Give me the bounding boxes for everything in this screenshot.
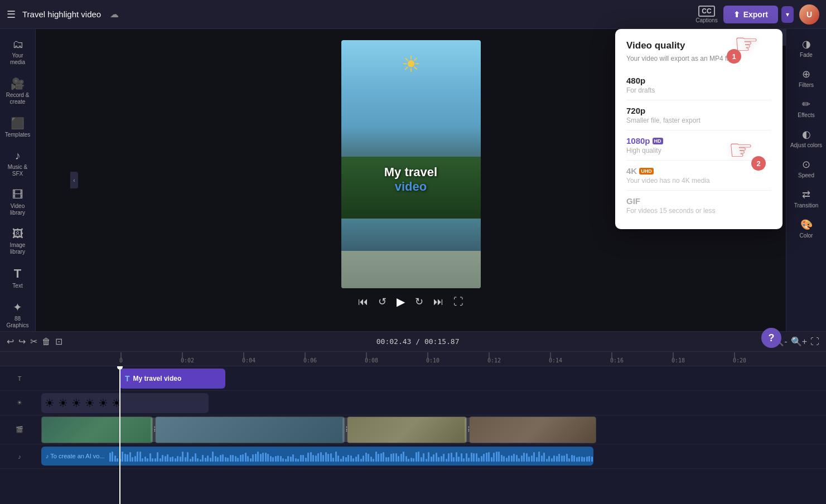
zoom-in-button[interactable]: 🔍+	[791, 336, 807, 347]
waveform-bar	[320, 452, 322, 461]
waveform-bar	[453, 457, 455, 462]
avatar[interactable]: U	[799, 4, 819, 25]
waveform-bar	[190, 459, 191, 462]
forward-5s-button[interactable]: ↻	[415, 295, 423, 308]
waveform-bar	[340, 459, 342, 462]
undo-button[interactable]: ↩	[7, 336, 14, 347]
right-item-adjust-colors[interactable]: ◐ Adjust colors	[788, 124, 825, 153]
right-item-filters[interactable]: ⊕ Filters	[788, 64, 825, 93]
quality-label-gif: GIF	[626, 196, 771, 206]
waveform-bar	[250, 458, 252, 461]
adjust-colors-label: Adjust colors	[790, 142, 822, 148]
right-item-fade[interactable]: ◑ Fade	[788, 33, 825, 62]
sidebar-item-label: 88 Graphics	[4, 316, 32, 329]
video-clip-4[interactable]	[469, 416, 596, 443]
sidebar-item-record-create[interactable]: 🎥 Record & create	[2, 72, 34, 110]
current-time: 00:02.43	[376, 337, 412, 346]
export-button[interactable]: ⬆ Export	[723, 6, 778, 23]
waveform-bar	[350, 455, 352, 461]
waveform-bar	[170, 457, 171, 461]
quality-option-4k[interactable]: 4K UHD Your video has no 4K media	[626, 161, 771, 191]
save-frame-button[interactable]: ⊡	[55, 336, 62, 347]
speed-icon: ⊙	[802, 158, 810, 171]
timeline-toolbar: ↩ ↪ ✂ 🗑 ⊡ 00:02.43 / 00:15.87 🔍- 🔍+ ⛶	[0, 332, 826, 352]
waveform-bar	[383, 452, 384, 462]
waveform-bar	[496, 452, 497, 462]
text-icon: T	[14, 266, 21, 281]
quality-option-gif[interactable]: GIF For videos 15 seconds or less	[626, 191, 771, 220]
text-clip[interactable]: T My travel video	[119, 369, 225, 389]
emoji-track-content: ☀ ☀ ☀ ☀ ☀ ☀	[39, 391, 826, 415]
waveform-bar	[355, 457, 357, 461]
waveform-bar	[375, 452, 377, 462]
waveform-bar	[566, 454, 568, 462]
right-item-color[interactable]: 🎨 Color	[788, 214, 825, 243]
sidebar-item-your-media[interactable]: 🗂 Your media	[2, 33, 34, 70]
playhead[interactable]	[119, 366, 120, 504]
waveform-bar	[242, 454, 244, 461]
video-background: ☀ My travel video	[341, 40, 481, 288]
audio-label: ♪ To create an AI vo...	[46, 453, 105, 459]
quality-option-720p[interactable]: 720p Smaller file, faster export	[626, 100, 771, 130]
help-button[interactable]: ?	[761, 328, 781, 348]
export-dropdown-button[interactable]: ▾	[781, 6, 794, 23]
waveform-bar	[563, 455, 565, 462]
sidebar-item-image-library[interactable]: 🖼 Image library	[2, 223, 34, 260]
emoji-4: ☀	[85, 396, 95, 410]
waveform-bar	[300, 455, 302, 461]
redo-button[interactable]: ↪	[18, 336, 26, 347]
sidebar-item-music-sfx[interactable]: ♪ Music & SFX	[2, 145, 34, 182]
quality-desc-1080p: High quality	[626, 147, 771, 154]
delete-button[interactable]: 🗑	[42, 337, 51, 347]
audio-clip[interactable]: ♪ To create an AI vo...	[41, 447, 593, 466]
waveform-bar	[217, 457, 219, 462]
waveform-bar	[109, 453, 111, 461]
play-pause-button[interactable]: ▶	[397, 295, 405, 308]
waveform-bar	[558, 454, 560, 462]
waveform-bar	[195, 453, 196, 462]
waveform-bar	[277, 455, 279, 462]
waveform-bar	[302, 455, 304, 461]
quality-option-480p[interactable]: 480p For drafts	[626, 70, 771, 100]
emoji-track-type: ☀	[17, 399, 22, 406]
waveform-bar	[473, 453, 475, 462]
waveform-bar	[285, 459, 287, 461]
waveform-bar	[526, 453, 528, 461]
right-item-transition[interactable]: ⇄ Transition	[788, 184, 825, 213]
sidebar-collapse-button[interactable]: ‹	[70, 172, 78, 188]
sidebar-item-graphics[interactable]: ✦ 88 Graphics	[2, 296, 34, 331]
skip-to-start-button[interactable]: ⏮	[358, 296, 368, 308]
video-clip-3[interactable]	[347, 416, 467, 443]
project-title[interactable]: Travel highlight video	[22, 9, 101, 19]
your-media-icon: 🗂	[12, 38, 23, 51]
waveform-bar	[260, 454, 262, 462]
waveform-bar	[546, 459, 548, 462]
video-clip-2[interactable]	[155, 416, 345, 443]
waveform-bar	[561, 455, 563, 461]
fit-timeline-button[interactable]: ⛶	[810, 336, 819, 347]
sidebar-item-templates[interactable]: ⬛ Templates	[2, 112, 34, 143]
video-clip-1[interactable]	[41, 416, 153, 443]
quality-option-1080p[interactable]: 1080p HD High quality	[626, 130, 771, 161]
cut-button[interactable]: ✂	[30, 336, 37, 347]
fullscreen-button[interactable]: ⛶	[453, 296, 463, 308]
total-time: 00:15.87	[424, 337, 460, 346]
skip-to-end-button[interactable]: ⏭	[433, 296, 443, 308]
waveform-bar	[400, 454, 402, 461]
rewind-5s-button[interactable]: ↺	[378, 295, 387, 308]
export-label: Export	[743, 10, 768, 19]
right-item-effects[interactable]: ✏ Effects	[788, 94, 825, 123]
emoji-clip[interactable]: ☀ ☀ ☀ ☀ ☀ ☀	[41, 393, 209, 413]
waveform-bar	[405, 456, 407, 461]
sidebar-item-text[interactable]: T Text	[2, 262, 34, 294]
waveform-bar	[175, 458, 176, 461]
sidebar-item-video-library[interactable]: 🎞 Video library	[2, 184, 34, 221]
text-track-content: T My travel video	[39, 366, 826, 390]
captions-button[interactable]: CC Captions	[695, 6, 717, 23]
cloud-save-icon: ☁	[110, 9, 119, 20]
right-item-speed[interactable]: ⊙ Speed	[788, 154, 825, 183]
ruler-mark-10: 0:10	[426, 357, 487, 364]
topbar: ☰ Travel highlight video ☁ CC Captions ⬆…	[0, 0, 826, 29]
timeline-tracks: T T My travel video ☀ ☀ ☀ ☀ ☀ ☀	[0, 366, 826, 504]
hamburger-menu[interactable]: ☰	[7, 8, 16, 21]
